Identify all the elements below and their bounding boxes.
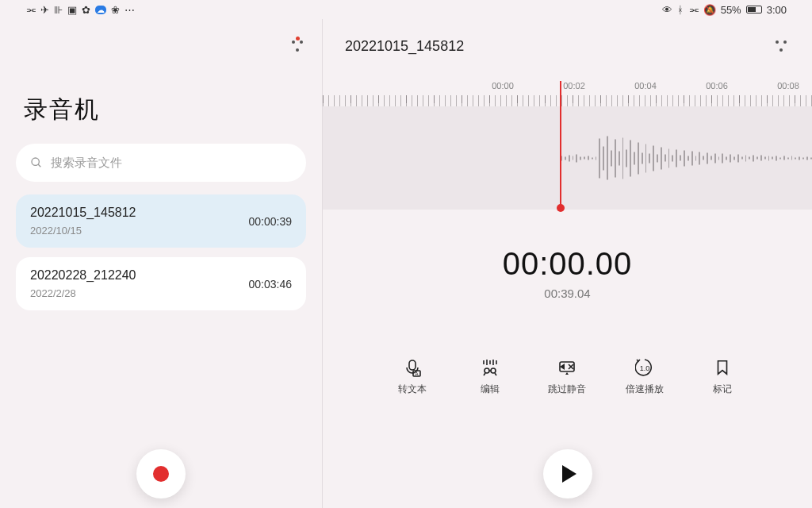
svg-text:A: A	[415, 371, 418, 376]
search-input[interactable]: 搜索录音文件	[16, 144, 306, 182]
waveform[interactable]	[323, 106, 812, 210]
tick-label: 00:08	[772, 81, 804, 95]
tool-label: 跳过静音	[548, 383, 586, 396]
recording-name: 20221015_145812	[30, 206, 136, 220]
transcribe-icon: A	[402, 357, 423, 378]
bookmark-icon	[712, 357, 733, 378]
recording-item[interactable]: 20220228_212240 2022/2/28 00:03:46	[16, 257, 306, 310]
record-button[interactable]	[136, 449, 186, 498]
recording-duration: 00:00:39	[249, 215, 293, 228]
svg-point-10	[485, 368, 489, 373]
play-icon	[562, 465, 576, 483]
recording-item[interactable]: 20221015_145812 2022/10/15 00:00:39	[16, 194, 306, 248]
right-pane: 20221015_145812 00:00 00:02 00:04 00:06 …	[323, 19, 812, 508]
tick-label: 00:04	[630, 81, 661, 95]
speed-button[interactable]: 1.0 倍速播放	[614, 357, 676, 396]
video-icon: ▣	[67, 4, 77, 16]
sound-icon: ⊪	[54, 4, 63, 16]
svg-point-0	[32, 158, 39, 165]
svg-line-1	[38, 164, 40, 167]
play-button[interactable]	[543, 449, 592, 498]
tv-icon: ✿	[82, 4, 90, 16]
edit-button[interactable]: 编辑	[459, 357, 521, 396]
ruler	[323, 95, 812, 106]
battery-icon	[746, 6, 762, 13]
multiwindow-handle-icon[interactable]	[290, 38, 306, 54]
airplane-icon: ✈	[40, 4, 49, 16]
edit-icon	[480, 357, 500, 378]
timeline[interactable]: 00:00 00:02 00:04 00:06 00:08	[323, 81, 812, 232]
left-pane: 录音机 搜索录音文件 20221015_145812 2022/10/15 00…	[0, 19, 322, 508]
wechat-icon: ❀	[111, 4, 120, 16]
status-right: 👁 ᚼ ⫘ 🔕 55% 3:00	[662, 4, 787, 16]
multiwindow-handle-icon[interactable]	[774, 38, 790, 54]
svg-point-11	[491, 368, 496, 373]
mark-button[interactable]: 标记	[691, 357, 753, 396]
total-time: 00:39.04	[323, 287, 812, 300]
cloud-icon: ☁	[95, 6, 106, 14]
eye-icon: 👁	[662, 4, 672, 16]
tool-row: A 转文本 编辑 跳过静音 1.0 倍速播放	[323, 357, 812, 396]
tick-label: 00:02	[558, 81, 590, 95]
tool-label: 标记	[713, 383, 732, 396]
svg-text:1.0: 1.0	[640, 364, 650, 372]
more-icon: ⋯	[124, 4, 135, 16]
transcribe-button[interactable]: A 转文本	[381, 357, 443, 396]
tick-label: 00:00	[487, 81, 519, 95]
time-tick-labels: 00:00 00:02 00:04 00:06 00:08	[323, 81, 812, 95]
app-title: 录音机	[24, 94, 306, 126]
recording-name: 20220228_212240	[30, 268, 136, 283]
svg-line-14	[495, 373, 496, 375]
status-left: ⫘ ✈ ⊪ ▣ ✿ ☁ ❀ ⋯	[25, 4, 135, 16]
mute-icon: 🔕	[703, 4, 716, 16]
recording-list: 20221015_145812 2022/10/15 00:00:39 2022…	[16, 194, 306, 310]
tool-label: 倍速播放	[626, 383, 664, 396]
wifi-icon: ⫘	[25, 4, 36, 16]
vibrate-icon: ⫘	[688, 4, 699, 16]
bluetooth-icon: ᚼ	[677, 4, 684, 16]
current-time: 00:00.00	[323, 246, 812, 282]
svg-line-13	[484, 373, 485, 375]
record-icon	[153, 466, 169, 482]
svg-rect-2	[409, 360, 416, 370]
search-icon	[30, 156, 43, 169]
battery-pct: 55%	[721, 4, 741, 16]
search-placeholder: 搜索录音文件	[51, 156, 122, 171]
skip-silence-icon	[557, 357, 577, 378]
status-time: 3:00	[767, 4, 787, 16]
tool-label: 转文本	[398, 383, 427, 396]
tool-label: 编辑	[481, 383, 500, 396]
player-title: 20221015_145812	[345, 38, 464, 55]
tick-label: 00:06	[701, 81, 733, 95]
status-bar: ⫘ ✈ ⊪ ▣ ✿ ☁ ❀ ⋯ 👁 ᚼ ⫘ 🔕 55% 3:00	[0, 0, 812, 19]
speed-icon: 1.0	[634, 357, 655, 378]
skip-silence-button[interactable]: 跳过静音	[536, 357, 598, 396]
recording-duration: 00:03:46	[249, 278, 293, 291]
playhead[interactable]	[560, 81, 561, 208]
